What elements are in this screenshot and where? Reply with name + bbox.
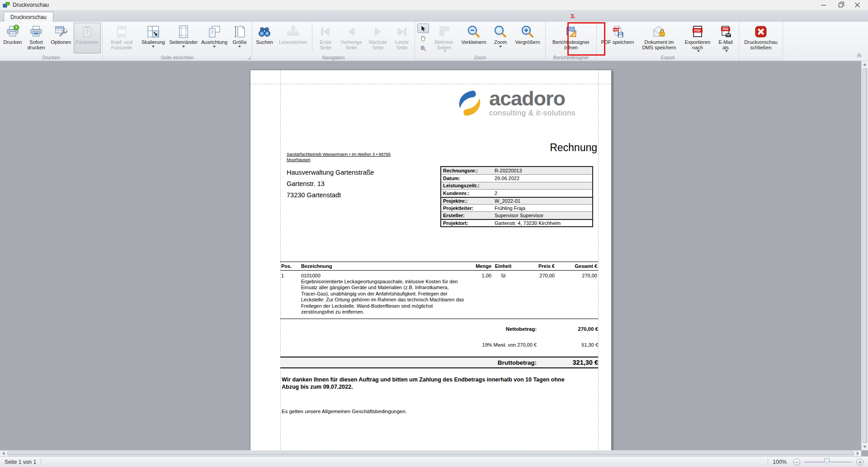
margin-guide-top xyxy=(250,84,611,84)
vertical-scroll-thumb[interactable] xyxy=(863,68,867,443)
zoom-tool-button[interactable] xyxy=(417,43,429,53)
table-row: Ersteller: Supervisor Supervisor xyxy=(441,211,592,219)
ribbon-group-berichtsdesigner: Berichtsdesigner öffnen Berichtsdesigner xyxy=(546,22,597,61)
zoom-slider[interactable] xyxy=(804,458,852,465)
suchen-button[interactable]: Suchen xyxy=(254,23,275,53)
skalierung-button[interactable]: Skalierung xyxy=(139,23,167,53)
sender-line: Sanitärfachbetrieb Wassermann • Im Weihe… xyxy=(287,152,408,162)
tab-druckvorschau[interactable]: Druckvorschau xyxy=(4,12,53,22)
horizontal-scrollbar[interactable] xyxy=(0,450,861,456)
company-logo: acadoro consulting & it-solutions xyxy=(455,88,576,118)
last-page-icon xyxy=(395,24,409,39)
horizontal-scroll-thumb[interactable] xyxy=(7,452,854,455)
ausrichtung-button[interactable]: Ausrichtung xyxy=(200,23,229,53)
dropdown-arrow-icon xyxy=(238,46,241,48)
totals-section: Nettobetrag: 270,00 € 19% Mwst. von 270,… xyxy=(280,324,598,368)
erste-seite-button[interactable]: Erste Seite xyxy=(314,23,337,53)
items-table-header: Pos. Bezeichnung Menge Einheit Preis € G… xyxy=(280,262,598,271)
vorherige-seite-button[interactable]: Vorherige Seite xyxy=(337,23,365,53)
close-icon xyxy=(855,2,860,8)
margin-guide-right xyxy=(598,70,599,452)
group-label-drucken: Drucken xyxy=(0,53,102,61)
scaling-icon xyxy=(146,24,160,39)
button-label: Kopf- und Fusszeile xyxy=(106,39,137,50)
seitenraender-button[interactable]: Seitenränder xyxy=(167,23,200,53)
exportieren-nach-button[interactable]: PDF Exportieren nach xyxy=(681,23,714,53)
zoom-button[interactable]: Zoom xyxy=(490,23,511,54)
button-label: Optionen xyxy=(51,39,71,45)
email-als-button[interactable]: PDF E-Mail als xyxy=(714,23,737,53)
scroll-down-button[interactable] xyxy=(862,443,868,450)
group-label-export: Export xyxy=(597,53,739,61)
restore-button[interactable] xyxy=(832,0,849,10)
lesezeichen-button[interactable]: Lesezeichen xyxy=(275,23,311,53)
hand-icon xyxy=(420,35,426,42)
item-row: 1 0101000 Ergebnisorientierte Leckageort… xyxy=(280,271,598,316)
button-label: Dokument im DMS speichern xyxy=(639,39,679,50)
button-label: Letzte Seite xyxy=(392,39,411,50)
svg-text:PDF: PDF xyxy=(613,29,619,31)
button-label: PDF speichern xyxy=(601,39,634,45)
naechste-seite-button[interactable]: Nächste Seite xyxy=(365,23,391,53)
druckvorschau-schliessen-button[interactable]: Druckvorschau schließen xyxy=(741,23,781,53)
ribbon-group-zoom: Mehrere Seiten Verkleinern xyxy=(415,22,546,61)
berichtsdesigner-oeffnen-button[interactable]: Berichtsdesigner öffnen xyxy=(547,23,595,53)
minimize-button[interactable] xyxy=(815,0,832,10)
scroll-left-button[interactable] xyxy=(0,451,7,456)
mehrere-seiten-button[interactable]: Mehrere Seiten xyxy=(430,23,458,54)
table-row: Projektleiter: Frühling Fraja xyxy=(441,204,592,211)
previous-page-icon xyxy=(344,24,359,39)
parameter-button[interactable]: ? Parameter xyxy=(74,23,101,53)
restore-icon xyxy=(839,3,843,7)
recipient-line: Gartenstr. 13 xyxy=(287,178,374,190)
drucken-button[interactable]: ? Drucken xyxy=(1,23,24,53)
email-pdf-icon: PDF xyxy=(718,24,733,39)
button-label: E-Mail als xyxy=(716,39,736,50)
pointer-tool-button[interactable] xyxy=(417,24,429,33)
pdf-save-icon: PDF xyxy=(610,24,625,39)
printer-icon xyxy=(29,24,43,39)
dialog-launcher-icon[interactable] xyxy=(248,57,250,59)
arrow-down-icon xyxy=(863,446,867,448)
recipient-address: Hausverwaltung Gartenstraße Gartenstr. 1… xyxy=(287,167,374,201)
button-label: Lesezeichen xyxy=(279,39,307,45)
ribbon-tab-row: Druckvorschau xyxy=(0,10,868,22)
close-button[interactable] xyxy=(849,0,866,10)
verkleinern-button[interactable]: Verkleinern xyxy=(458,23,490,54)
sofort-drucken-button[interactable]: Sofort drucken xyxy=(24,23,48,53)
letzte-seite-button[interactable]: Letzte Seite xyxy=(391,23,413,53)
group-label-close xyxy=(739,53,783,61)
vertical-scrollbar[interactable] xyxy=(861,61,868,450)
app-icon xyxy=(3,1,10,9)
zoom-in-button[interactable] xyxy=(856,458,863,466)
ribbon-group-seite-einrichten: Kopf- und Fusszeile Skalierung xyxy=(103,22,252,61)
table-wrench-icon xyxy=(54,24,68,39)
svg-text:?: ? xyxy=(85,29,89,35)
button-label: Vergrößern xyxy=(515,39,540,45)
collapse-ribbon-icon[interactable] xyxy=(857,54,862,58)
zoom-out-button[interactable] xyxy=(793,458,800,466)
kopf-fusszeile-button[interactable]: Kopf- und Fusszeile xyxy=(104,23,139,53)
button-label: Zoom xyxy=(494,39,507,45)
groesse-button[interactable]: Größe xyxy=(229,23,250,53)
scroll-up-button[interactable] xyxy=(862,61,868,68)
group-inner-separator xyxy=(312,24,312,52)
cursor-icon xyxy=(420,25,426,32)
first-page-icon xyxy=(318,24,333,39)
optionen-button[interactable]: Optionen xyxy=(48,23,74,53)
recipient-line: Hausverwaltung Gartenstraße xyxy=(287,167,374,178)
printer-question-icon: ? xyxy=(5,24,20,39)
svg-text:PDF: PDF xyxy=(694,29,701,32)
report-designer-icon xyxy=(564,24,578,39)
close-preview-icon xyxy=(754,24,768,39)
hand-tool-button[interactable] xyxy=(417,33,429,43)
ribbon-group-export: PDF PDF speichern Dokument im DMS spei xyxy=(597,22,739,61)
preview-area: acadoro consulting & it-solutions Rechnu… xyxy=(0,61,868,456)
arrow-up-icon xyxy=(863,63,867,66)
zoom-slider-thumb[interactable] xyxy=(824,458,830,465)
dropdown-arrow-icon xyxy=(499,46,502,48)
dokument-dms-speichern-button[interactable]: Dokument im DMS speichern xyxy=(637,23,681,53)
vergroessern-button[interactable]: Vergrößern xyxy=(511,23,544,54)
pdf-speichern-button[interactable]: PDF PDF speichern xyxy=(598,23,637,53)
scroll-right-button[interactable] xyxy=(854,451,861,456)
